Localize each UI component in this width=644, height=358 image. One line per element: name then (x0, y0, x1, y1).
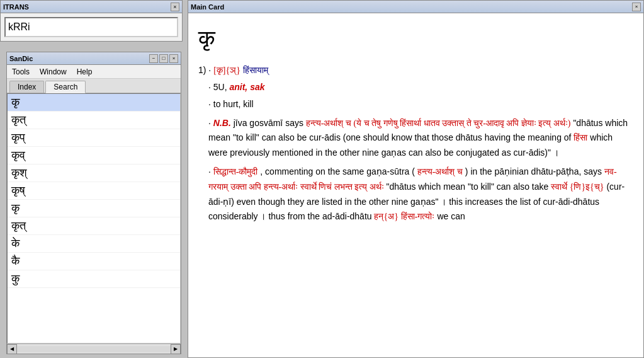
itrans-close-button[interactable]: × (171, 3, 179, 11)
bullet-to-hurt: · to hurt, kill (208, 97, 633, 112)
nb-hissa: हिंसा (573, 133, 587, 142)
sandic-close-button[interactable]: × (169, 54, 178, 63)
itrans-title: ITRANS (3, 3, 29, 11)
bullet-5u: · 5U, anit, sak (208, 80, 633, 95)
nb-paragraph: · N.B. jīva gosvāmī says हन्त्य-अर्थाश् … (208, 116, 633, 161)
sandic-window-buttons: − □ × (149, 54, 178, 63)
nb-intro-text: jīva gosvāmī says (234, 118, 306, 128)
menu-window[interactable]: Window (37, 67, 69, 76)
menu-tools[interactable]: Tools (9, 67, 32, 76)
nb-label: N.B. (213, 118, 231, 128)
siddhanta-devanagari-2: हन्त्य-अर्थाश् च (417, 167, 463, 176)
itrans-window: ITRANS × (0, 0, 183, 42)
list-item[interactable]: कृश् (8, 165, 180, 182)
sandic-tabs: Index Search (7, 79, 181, 93)
list-item[interactable]: कु (8, 270, 180, 288)
main-card-close-button[interactable]: × (632, 3, 641, 11)
siddhanta-text-5: we can (437, 211, 465, 221)
sandic-window: SanDic − □ × Tools Window Help Index Sea… (6, 52, 181, 354)
entry-number: 1) (198, 65, 206, 75)
entry-head-devanagari: हिंसायाम् (243, 66, 268, 75)
main-card-titlebar: Main Card × (188, 1, 643, 13)
list-item[interactable]: कृ (8, 200, 180, 217)
main-card-title: Main Card (191, 3, 224, 11)
list-item[interactable]: कृप् (8, 129, 180, 147)
nav-devanagari-2: स्वार्थे {णि}इ{च्} (551, 182, 604, 192)
scroll-track[interactable] (17, 346, 171, 352)
itrans-titlebar: ITRANS × (1, 1, 182, 13)
to-hurt-text: to hurt, kill (213, 99, 254, 109)
itrans-input[interactable] (4, 17, 178, 37)
nb-devanagari-1: हन्त्य-अर्थाश् च (ये च तेषु गणेषु हिंसार… (306, 118, 571, 128)
menu-help[interactable]: Help (74, 67, 95, 76)
list-item[interactable]: कृत् (8, 112, 180, 129)
entry-ref: [कृ]{ञ्} (213, 66, 240, 75)
siddhanta-paragraph: · सिद्धान्त-कौमुदी , commenting on the s… (208, 165, 633, 224)
siddhanta-devanagari: सिद्धान्त-कौमुदी (213, 167, 258, 176)
anit-sak: anit, sak (229, 82, 264, 92)
sandic-titlebar: SanDic − □ × (7, 52, 181, 65)
sandic-menubar: Tools Window Help (7, 65, 181, 79)
main-card-window: Main Card × कृ 1) · [कृ]{ञ्} हिंसायाम् ·… (188, 0, 644, 358)
sandic-title: SanDic (9, 55, 33, 62)
list-item[interactable]: कृ (8, 94, 180, 112)
list-item[interactable]: के (8, 235, 180, 253)
list-item[interactable]: कृव् (8, 147, 180, 165)
tab-index[interactable]: Index (9, 81, 44, 93)
scroll-right-arrow[interactable]: ▶ (171, 344, 181, 354)
list-item[interactable]: कै (8, 253, 180, 270)
sandic-list-wrapper: कृ कृत् कृप् कृव् कृश् कृष् कृ कृत् के क… (7, 93, 181, 354)
main-card-content[interactable]: कृ 1) · [कृ]{ञ्} हिंसायाम् · 5U, anit, s… (188, 13, 643, 357)
sandic-horizontal-scrollbar: ◀ ▶ (7, 344, 181, 354)
list-item[interactable]: कृष् (8, 182, 180, 200)
nav-devanagari-3: हन्{अ} (374, 212, 398, 221)
entry-1: 1) · [कृ]{ञ्} हिंसायाम् (198, 63, 633, 78)
sandic-maximize-button[interactable]: □ (159, 54, 168, 63)
sandic-list-container: कृ कृत् कृप् कृव् कृश् कृष् कृ कृत् के क… (7, 93, 181, 344)
siddhanta-text-2: ) in the pāṇinian dhātu-pāṭha, says (465, 166, 604, 176)
siddhanta-text-3: "dhātus which mean "to kill" can also ta… (387, 182, 551, 192)
scroll-left-arrow[interactable]: ◀ (7, 344, 17, 354)
sandic-word-list: कृ कृत् कृप् कृव् कृश् कृष् कृ कृत् के क… (7, 93, 181, 344)
tab-search[interactable]: Search (45, 81, 86, 93)
five-u-text: 5U, (213, 82, 230, 92)
main-heading: कृ (198, 20, 633, 58)
list-item[interactable]: कृत् (8, 217, 180, 235)
itrans-input-area (1, 13, 182, 41)
siddhanta-text-1: , commenting on the same gaṇa-sūtra ( (260, 166, 415, 176)
nav-devanagari-4: हिंसा-गत्योः (401, 212, 435, 221)
sandic-minimize-button[interactable]: − (149, 54, 158, 63)
